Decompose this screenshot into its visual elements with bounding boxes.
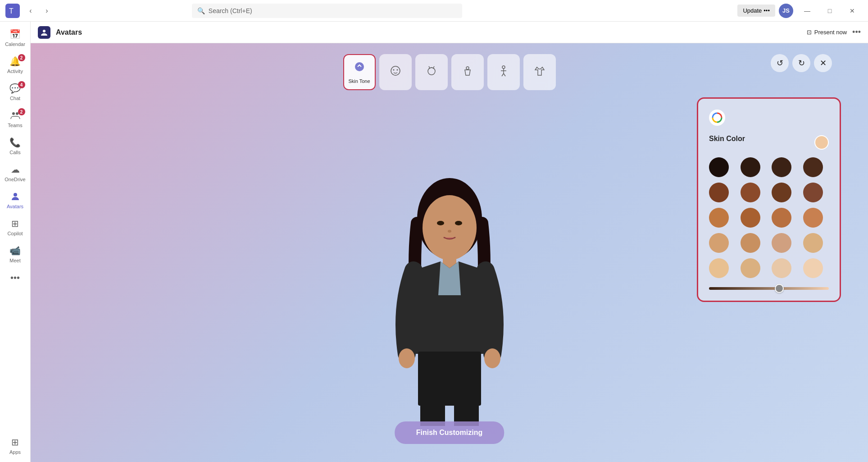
close-button[interactable]: ✕ xyxy=(842,4,863,18)
nav-back-button[interactable]: ‹ xyxy=(23,4,38,18)
sidebar-item-more[interactable]: ••• xyxy=(2,269,29,287)
more-icon: ••• xyxy=(10,272,21,283)
app-header-right: ⊡ Present now ••• xyxy=(807,27,861,37)
color-swatch[interactable] xyxy=(803,157,823,177)
svg-point-25 xyxy=(399,348,415,368)
toolbar-body[interactable] xyxy=(451,54,484,90)
sidebar-item-calendar[interactable]: 📅 Calendar xyxy=(2,25,29,50)
apps-icon: ⊞ xyxy=(10,437,21,448)
color-swatch[interactable] xyxy=(709,233,729,253)
sidebar-item-label: Copilot xyxy=(7,231,23,236)
toolbar-actions: ↺ ↻ ✕ xyxy=(771,54,832,72)
sidebar-item-label: OneDrive xyxy=(5,177,25,182)
color-swatch[interactable] xyxy=(741,183,760,202)
svg-point-4 xyxy=(14,193,17,197)
skin-tone-slider[interactable] xyxy=(709,287,829,290)
copilot-icon: ⊞ xyxy=(10,218,21,229)
sidebar-item-meet[interactable]: 📹 Meet xyxy=(2,242,29,267)
color-swatch[interactable] xyxy=(803,208,823,228)
minimize-button[interactable]: — xyxy=(797,4,818,18)
maximize-button[interactable]: □ xyxy=(819,4,840,18)
skin-panel-logo xyxy=(709,110,725,126)
body-icon xyxy=(461,64,474,80)
color-swatch[interactable] xyxy=(803,183,823,202)
sidebar-item-avatars[interactable]: Avatars xyxy=(2,188,29,213)
avatar-svg xyxy=(377,165,522,426)
header-more-button[interactable]: ••• xyxy=(852,27,861,37)
skin-tone-slider-thumb[interactable] xyxy=(775,284,784,293)
color-swatch[interactable] xyxy=(803,233,823,253)
color-swatch[interactable] xyxy=(772,183,791,202)
redo-button[interactable]: ↻ xyxy=(792,54,810,72)
svg-line-12 xyxy=(433,66,434,68)
sidebar-item-label: Avatars xyxy=(7,204,23,209)
svg-point-26 xyxy=(484,348,500,368)
window-controls: — □ ✕ xyxy=(797,4,863,18)
svg-point-8 xyxy=(393,69,394,71)
present-now-button[interactable]: ⊡ Present now xyxy=(807,29,847,36)
svg-line-18 xyxy=(504,73,505,76)
svg-point-6 xyxy=(355,62,364,71)
chat-badge: 4 xyxy=(18,81,25,88)
color-swatch[interactable] xyxy=(709,258,729,278)
toolbar-skin-tone[interactable]: Skin Tone xyxy=(343,54,376,90)
color-swatch[interactable] xyxy=(772,157,791,177)
pose-icon xyxy=(497,64,510,80)
color-swatch[interactable] xyxy=(741,258,760,278)
search-icon: 🔍 xyxy=(197,7,205,14)
svg-point-13 xyxy=(466,67,469,69)
sidebar-item-label: Activity xyxy=(7,69,23,74)
skin-color-panel: Skin Color xyxy=(697,97,841,302)
skin-selected-color xyxy=(814,135,829,150)
svg-point-7 xyxy=(391,66,400,75)
calendar-icon: 📅 xyxy=(10,29,21,40)
color-swatch[interactable] xyxy=(741,157,760,177)
sidebar-item-label: Calls xyxy=(9,150,20,155)
skin-tone-icon xyxy=(353,60,366,76)
color-swatch[interactable] xyxy=(709,208,729,228)
color-swatch[interactable] xyxy=(741,208,760,228)
calls-icon: 📞 xyxy=(10,137,21,148)
nav-forward-button[interactable]: › xyxy=(40,4,54,18)
svg-point-23 xyxy=(448,230,451,233)
color-swatch[interactable] xyxy=(803,258,823,278)
sidebar-item-calls[interactable]: 📞 Calls xyxy=(2,133,29,159)
toolbar-skin-label: Skin Tone xyxy=(348,78,370,84)
color-swatch[interactable] xyxy=(741,233,760,253)
toolbar-hair[interactable] xyxy=(415,54,448,90)
user-avatar[interactable]: JS xyxy=(779,4,793,18)
title-bar-right: Update ••• JS — □ ✕ xyxy=(737,4,863,18)
sidebar-item-chat[interactable]: 4 💬 Chat xyxy=(2,79,29,105)
close-avatar-button[interactable]: ✕ xyxy=(814,54,832,72)
color-swatch[interactable] xyxy=(772,233,791,253)
hair-icon xyxy=(425,64,438,80)
toolbar-face[interactable] xyxy=(379,54,412,90)
sidebar-item-apps[interactable]: ⊞ Apps xyxy=(2,433,29,458)
color-swatch[interactable] xyxy=(709,183,729,202)
undo-button[interactable]: ↺ xyxy=(771,54,789,72)
update-button[interactable]: Update ••• xyxy=(737,5,775,17)
content-area: Avatars ⊡ Present now ••• xyxy=(31,22,868,462)
activity-badge: 2 xyxy=(18,54,25,61)
finish-customizing-button[interactable]: Finish Customizing xyxy=(395,421,504,444)
sidebar-item-activity[interactable]: 2 🔔 Activity xyxy=(2,52,29,78)
sidebar-item-copilot[interactable]: ⊞ Copilot xyxy=(2,215,29,240)
teams-logo-icon: T xyxy=(5,4,20,18)
color-swatch[interactable] xyxy=(772,208,791,228)
svg-point-5 xyxy=(43,30,45,32)
title-bar-left: T xyxy=(5,4,20,18)
onedrive-icon: ☁ xyxy=(10,164,21,175)
search-bar[interactable]: 🔍 Search (Ctrl+E) xyxy=(192,4,462,18)
sidebar-item-onedrive[interactable]: ☁ OneDrive xyxy=(2,160,29,186)
color-swatch[interactable] xyxy=(772,258,791,278)
svg-rect-27 xyxy=(418,352,481,406)
avatar-toolbar: Skin Tone xyxy=(343,54,556,90)
toolbar-outfit[interactable] xyxy=(523,54,556,90)
present-now-icon: ⊡ xyxy=(807,29,812,36)
svg-point-21 xyxy=(437,221,444,225)
toolbar-pose[interactable] xyxy=(487,54,520,90)
sidebar-item-teams[interactable]: 2 Teams xyxy=(2,106,29,132)
svg-point-9 xyxy=(396,69,398,71)
color-swatch[interactable] xyxy=(709,157,729,177)
teams-badge: 2 xyxy=(18,108,25,115)
